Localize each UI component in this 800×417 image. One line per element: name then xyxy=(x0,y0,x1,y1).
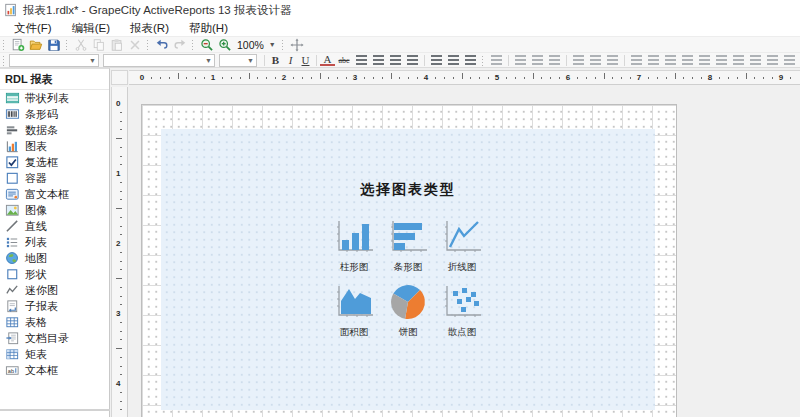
bold-button[interactable]: B xyxy=(268,53,283,67)
toolbar-grip[interactable] xyxy=(65,39,69,50)
zoom-out-icon[interactable] xyxy=(198,37,216,52)
toolbox-item-label: 表格 xyxy=(25,315,47,330)
toolbox-item-container[interactable]: 容器 xyxy=(0,170,109,186)
menu-item-0[interactable]: 文件(F) xyxy=(4,20,62,37)
shape-icon xyxy=(5,267,20,282)
align-centers-icon[interactable] xyxy=(648,55,659,65)
align-middles-icon[interactable] xyxy=(699,55,710,65)
horizontal-spacing-icon[interactable] xyxy=(784,55,795,65)
indent-increase-icon[interactable] xyxy=(448,55,459,65)
toolbar-grip[interactable] xyxy=(2,39,6,50)
subreport-icon xyxy=(5,299,20,314)
toolbar-grip[interactable] xyxy=(481,55,485,66)
toolbox-item-label: 容器 xyxy=(25,171,47,186)
align-text-middle-icon[interactable] xyxy=(532,55,543,65)
align-justify-icon[interactable] xyxy=(407,55,418,65)
italic-button[interactable]: I xyxy=(283,53,298,67)
chart-type-scatter-chart[interactable]: 散点图 xyxy=(437,283,487,339)
chart-type-label: 饼图 xyxy=(399,326,418,339)
toolbox-item-map[interactable]: 地图 xyxy=(0,250,109,266)
new-report-icon[interactable] xyxy=(9,37,27,52)
toolbox-item-label: 直线 xyxy=(25,219,47,234)
align-text-bottom-icon[interactable] xyxy=(549,55,560,65)
toolbox-item-subreport[interactable]: 子报表 xyxy=(0,298,109,314)
send-to-back-icon[interactable] xyxy=(590,55,601,65)
align-rights-icon[interactable] xyxy=(665,55,676,65)
standard-toolbar: 100%▼ xyxy=(0,37,800,53)
bar-chart-icon xyxy=(386,218,430,260)
pan-icon[interactable] xyxy=(288,37,306,52)
open-file-icon[interactable] xyxy=(27,37,45,52)
redo-icon[interactable] xyxy=(171,37,189,52)
bring-to-front-icon[interactable] xyxy=(573,55,584,65)
indent-decrease-icon[interactable] xyxy=(465,55,476,65)
strikethrough-button[interactable]: abc xyxy=(335,53,353,67)
toolbar-grip[interactable] xyxy=(2,55,6,66)
align-bottoms-icon[interactable] xyxy=(716,55,727,65)
font-color-button[interactable]: A xyxy=(320,54,335,66)
toolbox-item-banded-list[interactable]: 带状列表 xyxy=(0,90,109,106)
chart-type-pie-chart[interactable]: 饼图 xyxy=(383,283,433,339)
menu-item-3[interactable]: 帮助(H) xyxy=(179,20,238,37)
toolbox-item-line[interactable]: 直线 xyxy=(0,218,109,234)
chart-type-label: 条形图 xyxy=(394,261,423,274)
z-order-icon[interactable] xyxy=(491,55,502,65)
horizontal-ruler: 0123456789 xyxy=(129,70,800,85)
column-chart-icon xyxy=(332,218,376,260)
chart-type-bar-chart[interactable]: 条形图 xyxy=(383,218,433,274)
font-size-combo[interactable]: ▼ xyxy=(103,54,215,67)
bullet-list-icon[interactable] xyxy=(431,55,442,65)
paste-icon[interactable] xyxy=(108,37,126,52)
underline-button[interactable]: U xyxy=(298,53,313,67)
sidebar-splitter[interactable] xyxy=(0,409,110,411)
undo-icon[interactable] xyxy=(153,37,171,52)
chart-type-area-chart[interactable]: 面积图 xyxy=(329,283,379,339)
align-right-icon[interactable] xyxy=(390,55,401,65)
toolbox-item-image[interactable]: 图像 xyxy=(0,202,109,218)
toolbox-item-chart[interactable]: 图表 xyxy=(0,138,109,154)
scatter-chart-icon xyxy=(440,283,484,325)
font-family-combo[interactable]: ▼ xyxy=(9,54,99,67)
align-tops-icon[interactable] xyxy=(682,55,693,65)
toolbox-item-list[interactable]: 列表 xyxy=(0,234,109,250)
make-same-size-icon[interactable] xyxy=(767,55,778,65)
zoom-level-combo[interactable]: 100%▼ xyxy=(234,38,279,51)
toolbox-item-rich-textbox[interactable]: 富文本框 xyxy=(0,186,109,202)
chart-type-line-chart[interactable]: 折线图 xyxy=(437,218,487,274)
toolbox-item-barcode[interactable]: 条形码 xyxy=(0,106,109,122)
toolbar-grip[interactable] xyxy=(191,39,195,50)
toolbox-item-label: 复选框 xyxy=(25,155,58,170)
toolbox-item-checkbox[interactable]: 复选框 xyxy=(0,154,109,170)
menu-item-1[interactable]: 编辑(E) xyxy=(62,20,120,37)
toolbox-item-sparkline[interactable]: 迷你图 xyxy=(0,282,109,298)
zoom-in-icon[interactable] xyxy=(216,37,234,52)
toolbox-item-table[interactable]: 表格 xyxy=(0,314,109,330)
chart-type-column-chart[interactable]: 柱形图 xyxy=(329,218,379,274)
toolbox-item-toc[interactable]: 文档目录 xyxy=(0,330,109,346)
align-left-icon[interactable] xyxy=(356,55,367,65)
toolbox-item-textbox[interactable]: ab文本框 xyxy=(0,362,109,378)
chart-type-label: 面积图 xyxy=(340,326,369,339)
cut-icon[interactable] xyxy=(72,37,90,52)
align-lefts-icon[interactable] xyxy=(631,55,642,65)
align-text-top-icon[interactable] xyxy=(515,55,526,65)
toolbox-item-label: 文本框 xyxy=(25,363,58,378)
copy-icon[interactable] xyxy=(90,37,108,52)
toolbox-item-data-bar[interactable]: 数据条 xyxy=(0,122,109,138)
toolbox-item-shape[interactable]: 形状 xyxy=(0,266,109,282)
font-style-combo[interactable]: ▼ xyxy=(219,54,257,67)
save-icon[interactable] xyxy=(45,37,63,52)
toolbar-grip[interactable] xyxy=(146,39,150,50)
toolbox-item-tablix[interactable]: 矩表 xyxy=(0,346,109,362)
toolbox-item-label: 富文本框 xyxy=(25,187,69,202)
menu-item-2[interactable]: 报表(R) xyxy=(120,20,179,37)
make-same-height-icon[interactable] xyxy=(750,55,761,65)
align-center-icon[interactable] xyxy=(373,55,384,65)
delete-icon[interactable] xyxy=(126,37,144,52)
report-designer-window: 报表1.rdlx* - GrapeCity ActiveReports 13 报… xyxy=(0,0,800,417)
toolbar-grip[interactable] xyxy=(281,39,285,50)
make-same-width-icon[interactable] xyxy=(733,55,744,65)
toolbar-separator xyxy=(316,55,317,66)
design-page[interactable]: 选择图表类型 柱形图条形图折线图 面积图饼图散点图 xyxy=(141,104,677,417)
group-controls-icon[interactable] xyxy=(607,55,618,65)
